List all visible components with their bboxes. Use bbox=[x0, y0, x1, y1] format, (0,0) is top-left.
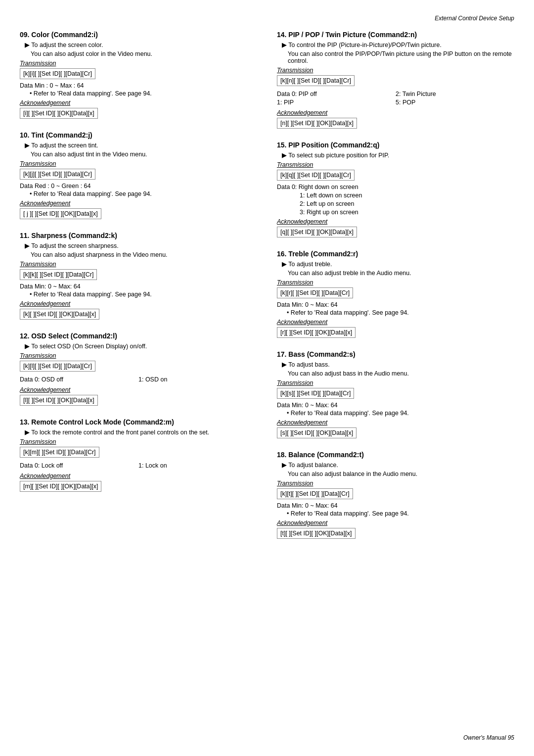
section-13-data-grid: Data 0: Lock off1: Lock on bbox=[20, 461, 257, 470]
section-14-data-grid: Data 0: PIP off1: PIP2: Twin Picture5: P… bbox=[277, 89, 514, 107]
section-14-title: 14. PIP / POP / Twin Picture (Command2:n… bbox=[277, 31, 514, 39]
section-11: 11. Sharpness (Command2:k)To adjust the … bbox=[20, 232, 257, 321]
section-18-data-note: Refer to 'Real data mapping'. See page 9… bbox=[277, 510, 514, 517]
section-09-data-note: Refer to 'Real data mapping'. See page 9… bbox=[20, 90, 257, 97]
section-15: 15. PIP Position (Command2:q)To select s… bbox=[277, 141, 514, 239]
page: External Control Device Setup 09. Color … bbox=[0, 0, 534, 756]
section-12-transmission-code: [k][l][ ][Set ID][ ][Data][Cr] bbox=[20, 361, 257, 373]
section-15-data-line: Data 0: Right down on screen bbox=[277, 184, 514, 190]
section-14-transmission-label: Transmission bbox=[277, 67, 514, 74]
section-10-acknowledgement-label: Acknowledgement bbox=[20, 200, 257, 207]
section-15-transmission-label: Transmission bbox=[277, 161, 514, 168]
section-12-transmission-label: Transmission bbox=[20, 352, 257, 359]
section-11-transmission-code: [k][k][ ][Set ID][ ][Data][Cr] bbox=[20, 269, 257, 282]
section-14-acknowledgement-code: [n][ ][Set ID][ ][OK][Data][x] bbox=[277, 118, 514, 130]
section-11-data-line: Data Min: 0 ~ Max: 64 bbox=[20, 283, 257, 290]
section-16-sub-desc: You can also adjust treble in the Audio … bbox=[277, 270, 514, 277]
section-12-title: 12. OSD Select (Command2:l) bbox=[20, 332, 257, 340]
section-13: 13. Remote Control Lock Mode (Command2:m… bbox=[20, 418, 257, 493]
section-13-transmission-code: [k][m][ ][Set ID][ ][Data][Cr] bbox=[20, 447, 257, 459]
section-12: 12. OSD Select (Command2:l)To select OSD… bbox=[20, 332, 257, 407]
section-10-desc: To adjust the screen tint. bbox=[20, 142, 257, 149]
section-15-data-line: 2: Left up on screen bbox=[277, 200, 514, 207]
section-10-acknowledgement-code: [ j ][ ][Set ID][ ][OK][Data][x] bbox=[20, 208, 257, 221]
section-10-transmission-label: Transmission bbox=[20, 160, 257, 167]
section-12-data-grid: Data 0: OSD off1: OSD on bbox=[20, 375, 257, 384]
section-16-data-line: Data Min: 0 ~ Max: 64 bbox=[277, 301, 514, 308]
section-10: 10. Tint (Command2:j)To adjust the scree… bbox=[20, 131, 257, 221]
section-15-title: 15. PIP Position (Command2:q) bbox=[277, 141, 514, 149]
section-16-transmission-label: Transmission bbox=[277, 279, 514, 286]
section-17-data-note: Refer to 'Real data mapping'. See page 9… bbox=[277, 410, 514, 417]
section-18-title: 18. Balance (Command2:t) bbox=[277, 451, 514, 459]
section-17-sub-desc: You can also adjust bass in the Audio me… bbox=[277, 370, 514, 377]
section-17-transmission-code: [k][s][ ][Set ID][ ][Data][Cr] bbox=[277, 388, 514, 400]
section-17: 17. Bass (Command2:s)To adjust bass.You … bbox=[277, 350, 514, 440]
right-column: 14. PIP / POP / Twin Picture (Command2:n… bbox=[277, 31, 514, 551]
section-14-acknowledgement-label: Acknowledgement bbox=[277, 109, 514, 116]
section-18-transmission-label: Transmission bbox=[277, 480, 514, 487]
section-15-data-line: 3: Right up on screen bbox=[277, 209, 514, 216]
section-16-data-note: Refer to 'Real data mapping'. See page 9… bbox=[277, 309, 514, 316]
section-16: 16. Treble (Command2:r)To adjust treble.… bbox=[277, 250, 514, 339]
section-16-desc: To adjust treble. bbox=[277, 260, 514, 268]
footer-text: Owner's Manual 95 bbox=[463, 734, 514, 741]
section-17-desc: To adjust bass. bbox=[277, 361, 514, 368]
section-17-acknowledgement-label: Acknowledgement bbox=[277, 419, 514, 426]
section-13-title: 13. Remote Control Lock Mode (Command2:m… bbox=[20, 418, 257, 426]
section-10-title: 10. Tint (Command2:j) bbox=[20, 131, 257, 139]
section-16-acknowledgement-code: [r][ ][Set ID][ ][OK][Data][x] bbox=[277, 327, 514, 339]
section-10-sub-desc: You can also adjust tint in the Video me… bbox=[20, 151, 257, 158]
section-15-acknowledgement-label: Acknowledgement bbox=[277, 218, 514, 225]
section-16-transmission-code: [k][r][ ][Set ID][ ][Data][Cr] bbox=[277, 287, 514, 300]
section-11-acknowledgement-label: Acknowledgement bbox=[20, 300, 257, 307]
section-13-acknowledgement-label: Acknowledgement bbox=[20, 472, 257, 479]
section-18-data-line: Data Min: 0 ~ Max: 64 bbox=[277, 502, 514, 509]
section-09-acknowledgement-code: [i][ ][Set ID][ ][OK][Data][x] bbox=[20, 108, 257, 120]
section-14-desc: To control the PIP (Picture-in-Picture)/… bbox=[277, 41, 514, 48]
section-11-title: 11. Sharpness (Command2:k) bbox=[20, 232, 257, 239]
section-15-data-line: 1: Left down on screen bbox=[277, 192, 514, 199]
section-11-transmission-label: Transmission bbox=[20, 261, 257, 268]
section-14-sub-desc: You can also control the PIP/POP/Twin pi… bbox=[277, 50, 514, 64]
section-17-data-line: Data Min: 0 ~ Max: 64 bbox=[277, 402, 514, 409]
section-10-transmission-code: [k][j][ ][Set ID][ ][Data][Cr] bbox=[20, 169, 257, 181]
section-09-data-line: Data Min : 0 ~ Max : 64 bbox=[20, 82, 257, 89]
section-18-transmission-code: [k][t][ ][Set ID][ ][Data][Cr] bbox=[277, 488, 514, 501]
section-17-acknowledgement-code: [s][ ][Set ID][ ][OK][Data][x] bbox=[277, 427, 514, 440]
section-11-sub-desc: You can also adjust sharpness in the Vid… bbox=[20, 251, 257, 258]
section-13-desc: To lock the remote control and the front… bbox=[20, 428, 257, 436]
section-11-data-note: Refer to 'Real data mapping'. See page 9… bbox=[20, 291, 257, 298]
section-12-acknowledgement-code: [l][ ][Set ID][ ][OK][Data][x] bbox=[20, 395, 257, 407]
section-09: 09. Color (Command2:i)To adjust the scre… bbox=[20, 31, 257, 120]
section-14: 14. PIP / POP / Twin Picture (Command2:n… bbox=[277, 31, 514, 130]
section-12-acknowledgement-label: Acknowledgement bbox=[20, 386, 257, 393]
section-11-acknowledgement-code: [k][ ][Set ID][ ][OK][Data][x] bbox=[20, 309, 257, 321]
section-12-desc: To select OSD (On Screen Display) on/off… bbox=[20, 342, 257, 350]
left-column: 09. Color (Command2:i)To adjust the scre… bbox=[20, 31, 257, 551]
header-title: External Control Device Setup bbox=[20, 15, 514, 22]
section-09-transmission-label: Transmission bbox=[20, 60, 257, 67]
section-13-acknowledgement-code: [m][ ][Set ID][ ][OK][Data][x] bbox=[20, 481, 257, 493]
section-18-sub-desc: You can also adjust balance in the Audio… bbox=[277, 471, 514, 477]
section-16-title: 16. Treble (Command2:r) bbox=[277, 250, 514, 258]
section-09-sub-desc: You can also adjust color in the Video m… bbox=[20, 50, 257, 57]
section-10-data-line: Data Red : 0 ~ Green : 64 bbox=[20, 183, 257, 189]
section-11-desc: To adjust the screen sharpness. bbox=[20, 242, 257, 249]
section-09-transmission-code: [k][i][ ][Set ID][ ][Data][Cr] bbox=[20, 68, 257, 81]
section-18-acknowledgement-label: Acknowledgement bbox=[277, 520, 514, 526]
section-10-data-note: Refer to 'Real data mapping'. See page 9… bbox=[20, 190, 257, 197]
section-09-acknowledgement-label: Acknowledgement bbox=[20, 99, 257, 106]
section-18: 18. Balance (Command2:t)To adjust balanc… bbox=[277, 451, 514, 540]
section-14-transmission-code: [k][n][ ][Set ID][ ][Data][Cr] bbox=[277, 75, 514, 88]
main-content: 09. Color (Command2:i)To adjust the scre… bbox=[20, 31, 514, 551]
section-18-acknowledgement-code: [t][ ][Set ID][ ][OK][Data][x] bbox=[277, 528, 514, 540]
section-17-transmission-label: Transmission bbox=[277, 379, 514, 386]
section-16-acknowledgement-label: Acknowledgement bbox=[277, 319, 514, 326]
section-09-title: 09. Color (Command2:i) bbox=[20, 31, 257, 39]
section-18-desc: To adjust balance. bbox=[277, 461, 514, 469]
section-17-title: 17. Bass (Command2:s) bbox=[277, 350, 514, 358]
section-15-desc: To select sub picture position for PIP. bbox=[277, 151, 514, 159]
section-15-acknowledgement-code: [q][ ][Set ID][ ][OK][Data][x] bbox=[277, 227, 514, 239]
section-13-transmission-label: Transmission bbox=[20, 438, 257, 445]
